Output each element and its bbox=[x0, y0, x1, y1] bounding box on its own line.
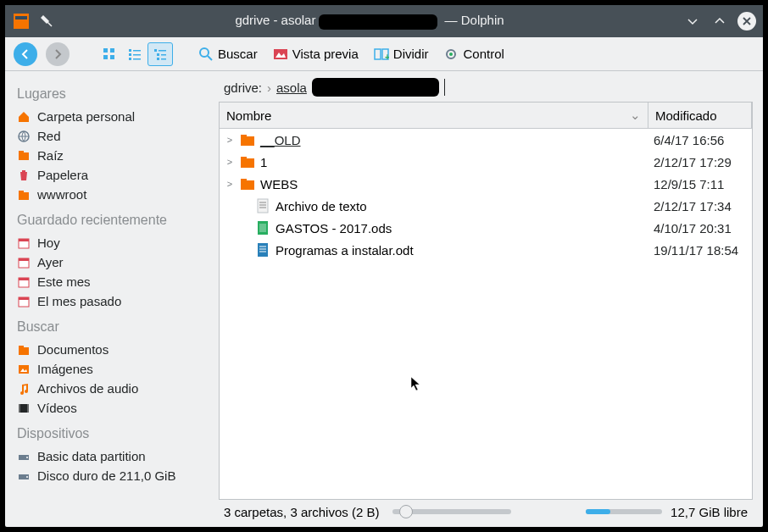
view-tree-button[interactable] bbox=[147, 42, 173, 66]
sidebar-item[interactable]: Documentos bbox=[17, 340, 207, 359]
breadcrumb[interactable]: gdrive: › asola bbox=[219, 75, 753, 100]
view-list-button[interactable] bbox=[122, 42, 147, 66]
sidebar-section-title: Buscar bbox=[17, 319, 207, 335]
svg-rect-52 bbox=[241, 158, 254, 168]
file-row[interactable]: >WEBS12/9/15 7:11 bbox=[220, 173, 752, 195]
sidebar-item-label: El mes pasado bbox=[37, 294, 121, 308]
expand-toggle[interactable]: > bbox=[225, 157, 235, 167]
column-modified-header[interactable]: Modificado bbox=[648, 103, 752, 128]
free-space-text: 12,7 GiB libre bbox=[671, 505, 748, 519]
places-sidebar[interactable]: LugaresCarpeta personalRedRaízPapeleraww… bbox=[5, 71, 215, 527]
sidebar-item-label: Ayer bbox=[37, 255, 64, 269]
breadcrumb-current[interactable]: asola bbox=[276, 80, 307, 95]
svg-rect-50 bbox=[241, 136, 254, 146]
expand-toggle[interactable]: > bbox=[225, 179, 235, 189]
zoom-slider[interactable] bbox=[392, 509, 511, 514]
svg-rect-16 bbox=[157, 58, 159, 60]
sidebar-item-label: Basic data partition bbox=[37, 449, 146, 463]
file-modified: 2/12/17 17:34 bbox=[648, 199, 752, 213]
svg-rect-7 bbox=[133, 50, 141, 52]
file-modified: 4/10/17 20:31 bbox=[648, 221, 752, 236]
mouse-cursor bbox=[410, 376, 422, 391]
breadcrumb-root[interactable]: gdrive: bbox=[224, 80, 262, 95]
file-row[interactable]: >12/12/17 17:29 bbox=[220, 151, 752, 173]
folder-icon bbox=[17, 343, 32, 357]
svg-rect-51 bbox=[241, 135, 247, 137]
sidebar-item[interactable]: Papelera bbox=[17, 165, 207, 185]
chevron-right-icon: › bbox=[267, 80, 271, 95]
file-row[interactable]: Programas a instalar.odt19/11/17 18:54 bbox=[220, 239, 752, 261]
pin-icon[interactable] bbox=[37, 12, 56, 30]
titlebar[interactable]: gdrive - asolar — Dolphin bbox=[5, 5, 763, 37]
expand-toggle[interactable]: > bbox=[225, 135, 235, 145]
sidebar-item-label: Archivos de audio bbox=[37, 381, 138, 396]
control-button[interactable]: Control bbox=[440, 45, 507, 64]
sidebar-item-label: Vídeos bbox=[37, 401, 77, 415]
svg-rect-0 bbox=[14, 14, 29, 29]
file-row[interactable]: GASTOS - 2017.ods4/10/17 20:31 bbox=[220, 217, 752, 239]
svg-rect-1 bbox=[15, 16, 27, 19]
redacted bbox=[312, 78, 439, 97]
file-name: WEBS bbox=[260, 177, 298, 191]
sidebar-section-title: Dispositivos bbox=[17, 426, 207, 441]
svg-rect-61 bbox=[259, 224, 266, 232]
file-name: GASTOS - 2017.ods bbox=[275, 221, 392, 236]
trash-icon bbox=[17, 169, 32, 182]
close-button[interactable] bbox=[737, 12, 756, 30]
minimize-button[interactable] bbox=[683, 12, 702, 30]
svg-rect-2 bbox=[103, 48, 108, 53]
calendar-icon bbox=[17, 275, 32, 289]
image-icon bbox=[17, 363, 32, 376]
video-icon bbox=[17, 402, 32, 415]
search-button[interactable]: Buscar bbox=[195, 45, 261, 64]
maximize-button[interactable] bbox=[710, 12, 729, 30]
view-icons-button[interactable] bbox=[97, 42, 122, 66]
svg-rect-54 bbox=[241, 180, 254, 190]
svg-rect-21 bbox=[375, 49, 381, 59]
svg-rect-39 bbox=[19, 347, 29, 355]
svg-rect-30 bbox=[19, 191, 24, 193]
sidebar-item[interactable]: Basic data partition bbox=[17, 446, 207, 466]
column-name-header[interactable]: Nombre ⌄ bbox=[220, 103, 648, 128]
sidebar-section-title: Guardado recientemente bbox=[17, 213, 207, 228]
sidebar-item[interactable]: Hoy bbox=[17, 233, 207, 252]
window-title: gdrive - asolar — Dolphin bbox=[56, 13, 683, 29]
sidebar-item-label: wwwroot bbox=[37, 187, 86, 202]
sidebar-item[interactable]: Red bbox=[17, 126, 207, 146]
sidebar-item[interactable]: Archivos de audio bbox=[17, 379, 207, 398]
split-button[interactable]: + Dividir bbox=[370, 45, 432, 64]
file-row[interactable]: >__OLD6/4/17 16:56 bbox=[220, 129, 752, 151]
statusbar: 3 carpetas, 3 archivos (2 B) 12,7 GiB li… bbox=[219, 500, 753, 524]
sidebar-item[interactable]: Vídeos bbox=[17, 398, 207, 418]
file-name: Programas a instalar.odt bbox=[275, 243, 414, 258]
drive-icon bbox=[17, 469, 32, 483]
svg-rect-32 bbox=[19, 239, 29, 241]
svg-rect-9 bbox=[133, 54, 141, 56]
sidebar-item[interactable]: Imágenes bbox=[17, 359, 207, 379]
svg-rect-14 bbox=[157, 53, 159, 56]
svg-rect-11 bbox=[133, 58, 141, 60]
sidebar-item[interactable]: wwwroot bbox=[17, 185, 207, 204]
sidebar-item[interactable]: El mes pasado bbox=[17, 291, 207, 311]
svg-rect-6 bbox=[129, 49, 131, 52]
svg-rect-17 bbox=[161, 58, 166, 60]
preview-button[interactable]: Vista previa bbox=[270, 45, 362, 64]
sidebar-item[interactable]: Carpeta personal bbox=[17, 107, 207, 126]
sidebar-item[interactable]: Disco duro de 211,0 GiB bbox=[17, 466, 207, 485]
sidebar-item[interactable]: Raíz bbox=[17, 146, 207, 165]
svg-rect-62 bbox=[258, 243, 268, 257]
sidebar-item-label: Disco duro de 211,0 GiB bbox=[37, 468, 175, 483]
file-list: Nombre ⌄ Modificado >__OLD6/4/17 16:56>1… bbox=[219, 102, 753, 500]
music-icon bbox=[17, 382, 32, 396]
sidebar-item[interactable]: Ayer bbox=[17, 252, 207, 272]
free-space-bar bbox=[586, 509, 662, 514]
file-row[interactable]: Archivo de texto2/12/17 17:34 bbox=[220, 195, 752, 217]
odt-icon bbox=[255, 242, 270, 258]
sidebar-item-label: Este mes bbox=[37, 274, 91, 289]
sidebar-item-label: Red bbox=[37, 129, 61, 143]
search-icon bbox=[198, 47, 214, 62]
nav-forward-button[interactable] bbox=[46, 42, 70, 66]
svg-rect-3 bbox=[110, 48, 114, 53]
sidebar-item[interactable]: Este mes bbox=[17, 272, 207, 291]
nav-back-button[interactable] bbox=[14, 42, 37, 66]
